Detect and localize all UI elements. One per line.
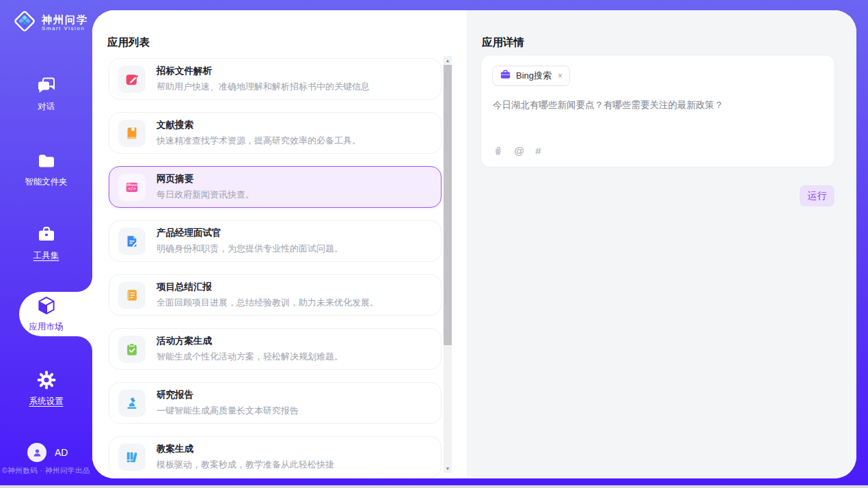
app-card[interactable]: 项目总结汇报全面回顾项目进展，总结经验教训，助力未来优化发展。 (109, 274, 442, 316)
app-card[interactable]: 教案生成模板驱动，教案秒成，教学准备从此轻松快捷 (109, 436, 442, 478)
scrollbar[interactable]: ▲ ▼ (444, 56, 452, 473)
app-card-text: 产品经理面试官明确身份和职责，为您提供专业性的面试问题。 (157, 227, 343, 255)
pen-square-icon (118, 66, 146, 93)
tool-tag-bing-search[interactable]: Bing搜索 × (492, 66, 570, 86)
chat-icon (36, 75, 57, 96)
folder-icon (36, 150, 57, 171)
attachment-icon[interactable] (493, 145, 503, 157)
active-nav-corner-bottom (77, 336, 92, 351)
book-icon (118, 120, 146, 147)
document-pen-icon (118, 228, 146, 255)
app-card-description: 模板驱动，教案秒成，教学准备从此轻松快捷 (157, 459, 334, 471)
query-text[interactable]: 今日湖北有哪些新闻要点？有哪些需要关注的最新政策？ (493, 98, 824, 111)
hashtag-icon[interactable]: # (535, 145, 541, 157)
sidebar-item-toolset[interactable]: 工具集 (0, 224, 92, 262)
main-surface: 应用列表 招标文件解析帮助用户快速、准确地理解和解析招标书中的关键信息文献搜索快… (92, 10, 856, 478)
sidebar-item-label: 工具集 (0, 250, 92, 262)
app-card-text: 教案生成模板驱动，教案秒成，教学准备从此轻松快捷 (157, 443, 334, 471)
prompt-input-card[interactable]: Bing搜索 × 今日湖北有哪些新闻要点？有哪些需要关注的最新政策？ @# (480, 55, 835, 167)
briefcase-icon (500, 69, 511, 83)
sidebar-item-label: 系统设置 (0, 396, 92, 407)
app-card-title: 研究报告 (157, 389, 299, 401)
app-card-text: 项目总结汇报全面回顾项目进展，总结经验教训，助力未来优化发展。 (157, 281, 379, 309)
app-card[interactable]: 文献搜索快速精准查找学术资源，提高研究效率的必备工具。 (109, 112, 442, 154)
app-card-title: 项目总结汇报 (157, 281, 379, 293)
scrollbar-up-icon[interactable]: ▲ (444, 58, 452, 63)
app-card-description: 智能生成个性化活动方案，轻松解决规划难题。 (157, 351, 343, 363)
run-button[interactable]: 运行 (800, 185, 835, 206)
app-list-title: 应用列表 (107, 36, 150, 50)
app-tagline: Smart Vision (42, 25, 88, 31)
sidebar-item-chat[interactable]: 对话 (0, 75, 92, 113)
window-bottom-strip (0, 485, 868, 488)
tag-close-icon[interactable]: × (558, 71, 562, 81)
app-card-list: 招标文件解析帮助用户快速、准确地理解和解析招标书中的关键信息文献搜索快速精准查找… (109, 58, 442, 478)
app-card[interactable]: 招标文件解析帮助用户快速、准确地理解和解析招标书中的关键信息 (109, 58, 442, 100)
copyright-text: ©神州数码 · 神州问学出品 (0, 466, 92, 476)
clipboard-check-icon (118, 336, 146, 363)
sidebar-item-label: 应用市场 (0, 321, 92, 333)
notebook-icon (118, 282, 146, 309)
app-card-title: 教案生成 (157, 443, 334, 455)
app-card-text: 招标文件解析帮助用户快速、准确地理解和解析招标书中的关键信息 (157, 65, 370, 93)
app-card[interactable]: 活动方案生成智能生成个性化活动方案，轻松解决规划难题。 (109, 328, 442, 370)
user-initials: AD (55, 447, 68, 458)
sidebar-item-label: 对话 (0, 101, 92, 113)
logo-text: 神州问学 Smart Vision (42, 14, 88, 31)
app-card-text: 研究报告一键智能生成高质量长文本研究报告 (157, 389, 299, 417)
app-detail-panel: 应用详情 Bing搜索 × 今日湖北有哪些新闻要点？有哪些需要关注的最新政策？ … (467, 10, 856, 478)
app-card-description: 帮助用户快速、准确地理解和解析招标书中的关键信息 (157, 81, 370, 93)
composer-toolbar: @# (493, 145, 541, 157)
app-card-description: 全面回顾项目进展，总结经验教训，助力未来优化发展。 (157, 297, 379, 309)
app-card-text: 网页摘要每日政府新闻资讯快查。 (157, 173, 254, 201)
app-card-text: 活动方案生成智能生成个性化活动方案，轻松解决规划难题。 (157, 335, 343, 363)
sidebar-item-smart-folder[interactable]: 智能文件夹 (0, 150, 92, 188)
gear-icon (36, 370, 57, 390)
mention-icon[interactable]: @ (514, 145, 524, 157)
logo-icon (12, 9, 37, 36)
app-card-description: 一键智能生成高质量长文本研究报告 (157, 405, 299, 417)
app-card-title: 活动方案生成 (157, 335, 343, 347)
scrollbar-down-icon[interactable]: ▼ (444, 466, 452, 471)
app-card-title: 文献搜索 (157, 119, 361, 131)
toolbox-icon (36, 224, 57, 245)
app-card-title: 招标文件解析 (157, 65, 370, 77)
cube-icon (36, 295, 57, 316)
app-card-text: 文献搜索快速精准查找学术资源，提高研究效率的必备工具。 (157, 119, 361, 147)
app-card[interactable]: 研究报告一键智能生成高质量长文本研究报告 (109, 382, 442, 424)
svg-text:</>: </> (128, 186, 136, 191)
app-card-description: 快速精准查找学术资源，提高研究效率的必备工具。 (157, 135, 361, 147)
user-chip[interactable]: AD (27, 443, 68, 462)
app-card[interactable]: </>网页摘要每日政府新闻资讯快查。 (109, 166, 442, 208)
logo: 神州问学 Smart Vision (12, 9, 88, 36)
avatar (27, 443, 46, 462)
app-card-title: 产品经理面试官 (157, 227, 343, 239)
app-card-description: 每日政府新闻资讯快查。 (157, 189, 254, 201)
browser-code-icon: </> (118, 174, 146, 201)
sidebar-item-label: 智能文件夹 (0, 176, 92, 188)
app-card[interactable]: 产品经理面试官明确身份和职责，为您提供专业性的面试问题。 (109, 220, 442, 262)
microscope-icon (118, 390, 146, 417)
app-detail-title: 应用详情 (482, 36, 524, 50)
sidebar: 神州问学 Smart Vision 对话智能文件夹工具集应用市场系统设置 AD … (0, 0, 92, 485)
tool-tag-label: Bing搜索 (516, 70, 552, 82)
app-list-panel: 应用列表 招标文件解析帮助用户快速、准确地理解和解析招标书中的关键信息文献搜索快… (92, 10, 467, 478)
app-card-description: 明确身份和职责，为您提供专业性的面试问题。 (157, 243, 343, 255)
active-nav-corner-top (77, 277, 92, 292)
app-name: 神州问学 (42, 14, 88, 25)
sidebar-item-system-settings[interactable]: 系统设置 (0, 370, 92, 407)
books-icon (118, 444, 146, 471)
scrollbar-thumb[interactable] (444, 65, 452, 345)
app-card-title: 网页摘要 (157, 173, 254, 185)
sidebar-item-app-market[interactable]: 应用市场 (0, 295, 92, 333)
